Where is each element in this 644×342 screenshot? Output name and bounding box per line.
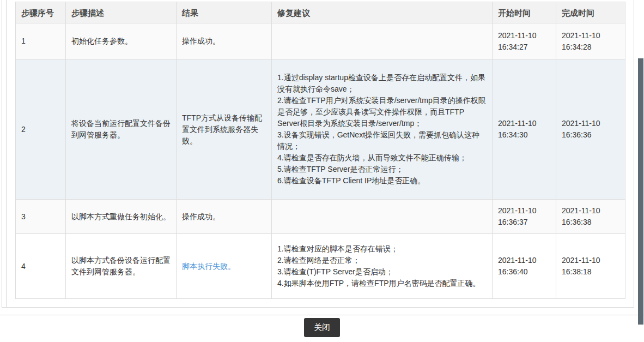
cell-result: 脚本执行失败。 xyxy=(177,234,272,299)
table-row: 1初始化任务参数。操作成功。2021-11-10 16:34:272021-11… xyxy=(16,23,625,59)
cell-end-time: 2021-11-10 16:38:18 xyxy=(556,234,625,299)
repair-advice-line: 1.请检查对应的脚本是否存在错误； xyxy=(277,243,487,255)
cell-step-description: 将设备当前运行配置文件备份到网管服务器。 xyxy=(66,59,177,200)
panel-right-border xyxy=(634,0,634,307)
footer-divider xyxy=(0,315,644,315)
repair-advice-line: 2.请检查TFTP用户对系统安装目录/server/tmp目录的操作权限是否足够… xyxy=(277,95,487,129)
steps-table-header: 步骤序号步骤描述结果修复建议开始时间完成时间 xyxy=(16,2,625,23)
cell-result: TFTP方式从设备传输配置文件到系统服务器失败。 xyxy=(177,59,272,200)
repair-advice-line: 4.请检查是否存在防火墙，从而导致文件不能正确传输； xyxy=(277,152,487,164)
table-row: 4以脚本方式备份设备运行配置文件到网管服务器。脚本执行失败。1.请检查对应的脚本… xyxy=(16,234,625,299)
column-header-step: 步骤序号 xyxy=(16,2,66,23)
cell-start-time: 2021-11-10 16:34:27 xyxy=(493,23,556,59)
result-failure-link[interactable]: 脚本执行失败。 xyxy=(182,262,235,271)
cell-start-time: 2021-11-10 16:36:37 xyxy=(493,200,556,234)
cell-step-index: 3 xyxy=(16,200,66,234)
cell-end-time: 2021-11-10 16:34:28 xyxy=(556,23,625,59)
panel-bottom-border xyxy=(2,307,634,308)
cell-repair-advice xyxy=(272,200,493,234)
close-button[interactable]: 关闭 xyxy=(304,318,340,337)
cell-step-index: 1 xyxy=(16,23,66,59)
cell-repair-advice: 1.通过display startup检查设备上是否存在启动配置文件，如果没有就… xyxy=(272,59,493,200)
cell-end-time: 2021-11-10 16:36:36 xyxy=(556,59,625,200)
cell-end-time: 2021-11-10 16:36:38 xyxy=(556,200,625,234)
steps-table: 步骤序号步骤描述结果修复建议开始时间完成时间 1初始化任务参数。操作成功。202… xyxy=(15,2,625,299)
repair-advice-line: 6.请检查设备TFTP Client IP地址是否正确。 xyxy=(277,175,487,187)
repair-advice-line: 2.请检查网络是否正常； xyxy=(277,255,487,266)
cell-start-time: 2021-11-10 16:34:30 xyxy=(493,59,556,200)
table-row: 2将设备当前运行配置文件备份到网管服务器。TFTP方式从设备传输配置文件到系统服… xyxy=(16,59,625,200)
cell-repair-advice: 1.请检查对应的脚本是否存在错误；2.请检查网络是否正常；3.请检查(T)FTP… xyxy=(272,234,493,299)
cell-step-index: 4 xyxy=(16,234,66,299)
repair-advice-line: 5.请检查TFTP Server是否正常运行； xyxy=(277,164,487,175)
dialog-left-border xyxy=(2,0,2,307)
cell-step-description: 初始化任务参数。 xyxy=(66,23,177,59)
cell-repair-advice xyxy=(272,23,493,59)
repair-advice-line: 4.如果脚本使用FTP，请检查FTP用户名密码是否配置正确。 xyxy=(277,278,487,289)
repair-advice-line: 3.请检查(T)FTP Server是否启动； xyxy=(277,266,487,278)
repair-advice-line: 3.设备实现错误，GetNext操作返回失败，需要抓包确认这种情况； xyxy=(277,129,487,152)
cell-step-description: 以脚本方式重做任务初始化。 xyxy=(66,200,177,234)
table-row: 3以脚本方式重做任务初始化。操作成功。2021-11-10 16:36:3720… xyxy=(16,200,625,234)
cell-step-description: 以脚本方式备份设备运行配置文件到网管服务器。 xyxy=(66,234,177,299)
panel-left-border xyxy=(6,0,7,307)
cell-start-time: 2021-11-10 16:36:40 xyxy=(493,234,556,299)
column-header-start: 开始时间 xyxy=(493,2,556,23)
task-steps-panel: 步骤序号步骤描述结果修复建议开始时间完成时间 1初始化任务参数。操作成功。202… xyxy=(15,2,625,299)
cell-result: 操作成功。 xyxy=(177,200,272,234)
column-header-result: 结果 xyxy=(177,2,272,23)
column-header-end: 完成时间 xyxy=(556,2,625,23)
cell-step-index: 2 xyxy=(16,59,66,200)
cell-result: 操作成功。 xyxy=(177,23,272,59)
column-header-desc: 步骤描述 xyxy=(66,2,177,23)
column-header-advice: 修复建议 xyxy=(272,2,493,23)
vertical-scrollbar-thumb[interactable] xyxy=(638,58,643,325)
repair-advice-line: 1.通过display startup检查设备上是否存在启动配置文件，如果没有就… xyxy=(277,72,487,95)
